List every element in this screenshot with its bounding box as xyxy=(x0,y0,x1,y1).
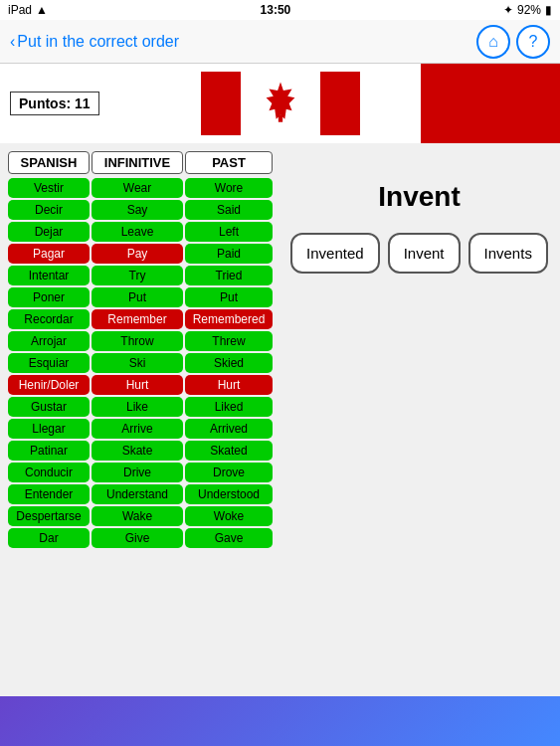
table-row: Vestir Wear Wore xyxy=(8,178,277,198)
table-row: Henir/Doler Hurt Hurt xyxy=(8,375,277,395)
table-row: Llegar Arrive Arrived xyxy=(8,419,277,439)
cell-spanish: Conducir xyxy=(8,463,90,482)
cell-spanish: Esquiar xyxy=(8,353,90,373)
nav-icons: ⌂ ? xyxy=(476,25,550,59)
answer-options: InventedInventInvents xyxy=(290,233,548,274)
table-rows: Vestir Wear Wore Decir Say Said Dejar Le… xyxy=(8,178,277,548)
nav-bar: ‹ Put in the correct order ⌂ ? xyxy=(0,20,560,64)
table-row: Gustar Like Liked xyxy=(8,397,277,417)
cell-past: Gave xyxy=(185,528,273,548)
cell-spanish: Poner xyxy=(8,287,90,307)
table-row: Pagar Pay Paid xyxy=(8,244,277,264)
nav-title: Put in the correct order xyxy=(17,33,179,51)
back-chevron-icon: ‹ xyxy=(10,33,15,51)
table-row: Entender Understand Understood xyxy=(8,484,277,504)
cell-past: Skated xyxy=(185,441,273,461)
cell-infinitive: Say xyxy=(92,200,183,220)
table-row: Dejar Leave Left xyxy=(8,222,277,242)
cell-infinitive: Hurt xyxy=(92,375,183,395)
answer-btn-invented[interactable]: Invented xyxy=(290,233,380,274)
table-row: Decir Say Said xyxy=(8,200,277,220)
table-row: Esquiar Ski Skied xyxy=(8,353,277,373)
cell-infinitive: Wake xyxy=(92,506,183,526)
table-row: Despertarse Wake Woke xyxy=(8,506,277,526)
home-button[interactable]: ⌂ xyxy=(476,25,510,59)
cell-spanish: Vestir xyxy=(8,178,90,198)
ad-banner xyxy=(0,696,560,746)
cell-spanish: Decir xyxy=(8,200,90,220)
cell-spanish: Recordar xyxy=(8,309,90,329)
flag-center xyxy=(139,64,421,143)
cell-infinitive: Pay xyxy=(92,244,183,264)
flag-area: Puntos: 11 xyxy=(0,64,560,143)
right-panel: Invent InventedInventInvents xyxy=(286,151,552,548)
cell-past: Understood xyxy=(185,484,273,504)
answer-btn-invents[interactable]: Invents xyxy=(468,233,548,274)
table-row: Poner Put Put xyxy=(8,287,277,307)
cell-past: Skied xyxy=(185,353,273,373)
cell-past: Woke xyxy=(185,506,273,526)
flag-right xyxy=(421,64,560,143)
cell-spanish: Llegar xyxy=(8,419,90,439)
cell-infinitive: Wear xyxy=(92,178,183,198)
table-row: Arrojar Throw Threw xyxy=(8,331,277,351)
points-display: Puntos: 11 xyxy=(10,92,99,115)
cell-spanish: Patinar xyxy=(8,441,90,461)
header-past: PAST xyxy=(185,151,273,174)
svg-rect-3 xyxy=(278,115,281,122)
cell-spanish: Pagar xyxy=(8,244,90,264)
svg-rect-2 xyxy=(320,72,360,135)
cell-spanish: Dar xyxy=(8,528,90,548)
cell-spanish: Entender xyxy=(8,484,90,504)
question-word: Invent xyxy=(378,181,460,213)
cell-past: Liked xyxy=(185,397,273,417)
battery-icon: ▮ xyxy=(545,3,552,17)
cell-past: Tried xyxy=(185,266,273,285)
question-icon: ? xyxy=(529,33,538,51)
cell-infinitive: Give xyxy=(92,528,183,548)
cell-infinitive: Arrive xyxy=(92,419,183,439)
cell-infinitive: Throw xyxy=(92,331,183,351)
cell-spanish: Despertarse xyxy=(8,506,90,526)
main-content: SPANISH INFINITIVE PAST Vestir Wear Wore… xyxy=(0,143,560,556)
table-row: Recordar Remember Remembered xyxy=(8,309,277,329)
cell-infinitive: Leave xyxy=(92,222,183,242)
status-time: 13:50 xyxy=(261,3,291,17)
table-header: SPANISH INFINITIVE PAST xyxy=(8,151,277,174)
cell-past: Threw xyxy=(185,331,273,351)
vocabulary-table: SPANISH INFINITIVE PAST Vestir Wear Wore… xyxy=(8,151,277,548)
svg-rect-1 xyxy=(201,72,241,135)
cell-past: Remembered xyxy=(185,309,273,329)
wifi-icon: ▲ xyxy=(36,3,48,17)
cell-infinitive: Like xyxy=(92,397,183,417)
cell-past: Drove xyxy=(185,463,273,482)
cell-infinitive: Skate xyxy=(92,441,183,461)
cell-infinitive: Try xyxy=(92,266,183,285)
cell-spanish: Intentar xyxy=(8,266,90,285)
table-row: Intentar Try Tried xyxy=(8,266,277,285)
cell-past: Said xyxy=(185,200,273,220)
cell-past: Arrived xyxy=(185,419,273,439)
cell-past: Wore xyxy=(185,178,273,198)
cell-past: Hurt xyxy=(185,375,273,395)
cell-past: Paid xyxy=(185,244,273,264)
back-button[interactable]: ‹ Put in the correct order xyxy=(10,33,179,51)
cell-infinitive: Understand xyxy=(92,484,183,504)
table-row: Patinar Skate Skated xyxy=(8,441,277,461)
cell-past: Put xyxy=(185,287,273,307)
help-button[interactable]: ? xyxy=(516,25,550,59)
device-label: iPad xyxy=(8,3,32,17)
cell-infinitive: Drive xyxy=(92,463,183,482)
answer-btn-invent[interactable]: Invent xyxy=(388,233,461,274)
table-row: Conducir Drive Drove xyxy=(8,463,277,482)
status-bar: iPad ▲ 13:50 ✦ 92% ▮ xyxy=(0,0,560,20)
bluetooth-icon: ✦ xyxy=(503,3,513,17)
cell-spanish: Dejar xyxy=(8,222,90,242)
header-spanish: SPANISH xyxy=(8,151,90,174)
cell-infinitive: Remember xyxy=(92,309,183,329)
table-row: Dar Give Gave xyxy=(8,528,277,548)
cell-spanish: Henir/Doler xyxy=(8,375,90,395)
cell-spanish: Arrojar xyxy=(8,331,90,351)
header-infinitive: INFINITIVE xyxy=(92,151,183,174)
status-left: iPad ▲ xyxy=(8,3,48,17)
